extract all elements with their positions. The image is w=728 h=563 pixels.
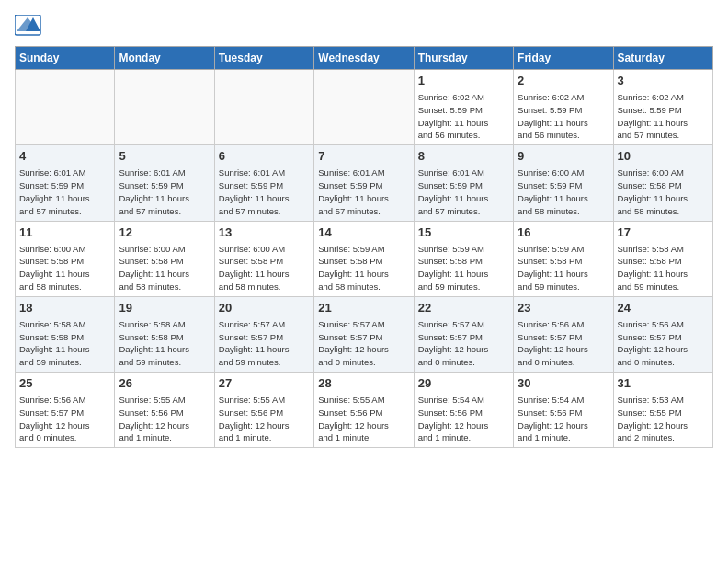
day-info: Sunrise: 5:59 AM Sunset: 5:58 PM Dayligh… bbox=[318, 243, 409, 293]
day-info: Sunrise: 5:54 AM Sunset: 5:56 PM Dayligh… bbox=[418, 394, 509, 444]
day-info: Sunrise: 5:58 AM Sunset: 5:58 PM Dayligh… bbox=[19, 318, 110, 369]
day-info: Sunrise: 5:59 AM Sunset: 5:58 PM Dayligh… bbox=[418, 243, 509, 293]
calendar-cell: 12Sunrise: 6:00 AM Sunset: 5:58 PM Dayli… bbox=[115, 221, 214, 296]
day-number: 31 bbox=[618, 375, 709, 392]
day-number: 21 bbox=[318, 300, 409, 316]
day-info: Sunrise: 5:56 AM Sunset: 5:57 PM Dayligh… bbox=[518, 318, 609, 369]
day-number: 25 bbox=[19, 375, 110, 392]
calendar-body: 1Sunrise: 6:02 AM Sunset: 5:59 PM Daylig… bbox=[16, 70, 713, 448]
calendar-cell: 17Sunrise: 5:58 AM Sunset: 5:58 PM Dayli… bbox=[613, 221, 712, 296]
calendar-cell: 28Sunrise: 5:55 AM Sunset: 5:56 PM Dayli… bbox=[314, 373, 414, 448]
day-info: Sunrise: 5:57 AM Sunset: 5:57 PM Dayligh… bbox=[318, 318, 409, 369]
day-info: Sunrise: 5:57 AM Sunset: 5:57 PM Dayligh… bbox=[418, 318, 509, 369]
calendar-cell: 9Sunrise: 6:00 AM Sunset: 5:59 PM Daylig… bbox=[514, 145, 613, 221]
calendar-cell: 7Sunrise: 6:01 AM Sunset: 5:59 PM Daylig… bbox=[314, 145, 414, 221]
day-info: Sunrise: 5:55 AM Sunset: 5:56 PM Dayligh… bbox=[318, 394, 409, 444]
day-info: Sunrise: 6:02 AM Sunset: 5:59 PM Dayligh… bbox=[418, 91, 509, 142]
calendar-cell: 4Sunrise: 6:01 AM Sunset: 5:59 PM Daylig… bbox=[16, 145, 115, 221]
day-info: Sunrise: 5:55 AM Sunset: 5:56 PM Dayligh… bbox=[119, 394, 210, 444]
day-number: 13 bbox=[219, 224, 310, 241]
day-header-thursday: Thursday bbox=[414, 47, 513, 70]
calendar-cell: 25Sunrise: 5:56 AM Sunset: 5:57 PM Dayli… bbox=[16, 373, 115, 448]
calendar-cell: 5Sunrise: 6:01 AM Sunset: 5:59 PM Daylig… bbox=[115, 145, 214, 221]
day-header-wednesday: Wednesday bbox=[314, 47, 414, 70]
day-info: Sunrise: 6:01 AM Sunset: 5:59 PM Dayligh… bbox=[318, 167, 409, 217]
day-number: 1 bbox=[418, 73, 509, 89]
calendar-cell: 15Sunrise: 5:59 AM Sunset: 5:58 PM Dayli… bbox=[414, 221, 513, 296]
day-header-tuesday: Tuesday bbox=[214, 47, 313, 70]
logo bbox=[15, 15, 46, 37]
week-row-1: 1Sunrise: 6:02 AM Sunset: 5:59 PM Daylig… bbox=[16, 70, 713, 145]
day-number: 11 bbox=[19, 224, 110, 241]
day-number: 5 bbox=[119, 148, 210, 165]
calendar-cell: 19Sunrise: 5:58 AM Sunset: 5:58 PM Dayli… bbox=[115, 296, 214, 372]
day-info: Sunrise: 6:00 AM Sunset: 5:58 PM Dayligh… bbox=[19, 243, 110, 293]
day-info: Sunrise: 5:55 AM Sunset: 5:56 PM Dayligh… bbox=[219, 394, 310, 444]
day-header-saturday: Saturday bbox=[613, 47, 712, 70]
day-number: 18 bbox=[19, 300, 110, 316]
day-header-monday: Monday bbox=[115, 47, 214, 70]
day-info: Sunrise: 6:01 AM Sunset: 5:59 PM Dayligh… bbox=[219, 167, 310, 217]
week-row-2: 4Sunrise: 6:01 AM Sunset: 5:59 PM Daylig… bbox=[16, 145, 713, 221]
calendar: SundayMondayTuesdayWednesdayThursdayFrid… bbox=[15, 46, 713, 448]
calendar-cell: 6Sunrise: 6:01 AM Sunset: 5:59 PM Daylig… bbox=[214, 145, 313, 221]
calendar-header: SundayMondayTuesdayWednesdayThursdayFrid… bbox=[16, 47, 713, 70]
day-info: Sunrise: 6:00 AM Sunset: 5:58 PM Dayligh… bbox=[219, 243, 310, 293]
calendar-cell: 3Sunrise: 6:02 AM Sunset: 5:59 PM Daylig… bbox=[613, 70, 712, 145]
calendar-cell: 27Sunrise: 5:55 AM Sunset: 5:56 PM Dayli… bbox=[214, 373, 313, 448]
header-row: SundayMondayTuesdayWednesdayThursdayFrid… bbox=[16, 47, 713, 70]
calendar-cell bbox=[115, 70, 214, 145]
day-number: 19 bbox=[119, 300, 210, 316]
day-number: 22 bbox=[418, 300, 509, 316]
day-number: 16 bbox=[518, 224, 609, 241]
calendar-cell: 24Sunrise: 5:56 AM Sunset: 5:57 PM Dayli… bbox=[613, 296, 712, 372]
day-info: Sunrise: 5:56 AM Sunset: 5:57 PM Dayligh… bbox=[618, 318, 709, 369]
logo-icon bbox=[15, 15, 42, 37]
day-info: Sunrise: 5:59 AM Sunset: 5:58 PM Dayligh… bbox=[518, 243, 609, 293]
day-number: 9 bbox=[518, 148, 609, 165]
day-info: Sunrise: 6:01 AM Sunset: 5:59 PM Dayligh… bbox=[418, 167, 509, 217]
calendar-cell: 26Sunrise: 5:55 AM Sunset: 5:56 PM Dayli… bbox=[115, 373, 214, 448]
day-info: Sunrise: 5:53 AM Sunset: 5:55 PM Dayligh… bbox=[618, 394, 709, 444]
calendar-cell: 8Sunrise: 6:01 AM Sunset: 5:59 PM Daylig… bbox=[414, 145, 513, 221]
calendar-cell: 29Sunrise: 5:54 AM Sunset: 5:56 PM Dayli… bbox=[414, 373, 513, 448]
day-info: Sunrise: 6:00 AM Sunset: 5:58 PM Dayligh… bbox=[618, 167, 709, 217]
day-number: 8 bbox=[418, 148, 509, 165]
day-info: Sunrise: 5:56 AM Sunset: 5:57 PM Dayligh… bbox=[19, 394, 110, 444]
day-number: 24 bbox=[618, 300, 709, 316]
calendar-cell: 21Sunrise: 5:57 AM Sunset: 5:57 PM Dayli… bbox=[314, 296, 414, 372]
day-number: 14 bbox=[318, 224, 409, 241]
day-header-sunday: Sunday bbox=[16, 47, 115, 70]
calendar-cell: 16Sunrise: 5:59 AM Sunset: 5:58 PM Dayli… bbox=[514, 221, 613, 296]
day-number: 17 bbox=[618, 224, 709, 241]
day-info: Sunrise: 5:54 AM Sunset: 5:56 PM Dayligh… bbox=[518, 394, 609, 444]
day-number: 27 bbox=[219, 375, 310, 392]
page-header bbox=[15, 15, 713, 37]
calendar-cell: 10Sunrise: 6:00 AM Sunset: 5:58 PM Dayli… bbox=[613, 145, 712, 221]
week-row-4: 18Sunrise: 5:58 AM Sunset: 5:58 PM Dayli… bbox=[16, 296, 713, 372]
day-info: Sunrise: 6:02 AM Sunset: 5:59 PM Dayligh… bbox=[518, 91, 609, 142]
day-number: 15 bbox=[418, 224, 509, 241]
calendar-cell: 2Sunrise: 6:02 AM Sunset: 5:59 PM Daylig… bbox=[514, 70, 613, 145]
day-number: 26 bbox=[119, 375, 210, 392]
day-info: Sunrise: 5:58 AM Sunset: 5:58 PM Dayligh… bbox=[618, 243, 709, 293]
calendar-cell: 1Sunrise: 6:02 AM Sunset: 5:59 PM Daylig… bbox=[414, 70, 513, 145]
week-row-5: 25Sunrise: 5:56 AM Sunset: 5:57 PM Dayli… bbox=[16, 373, 713, 448]
day-number: 20 bbox=[219, 300, 310, 316]
day-info: Sunrise: 6:01 AM Sunset: 5:59 PM Dayligh… bbox=[19, 167, 110, 217]
calendar-cell bbox=[214, 70, 313, 145]
day-header-friday: Friday bbox=[514, 47, 613, 70]
day-number: 10 bbox=[618, 148, 709, 165]
calendar-cell: 13Sunrise: 6:00 AM Sunset: 5:58 PM Dayli… bbox=[214, 221, 313, 296]
day-number: 28 bbox=[318, 375, 409, 392]
calendar-cell: 14Sunrise: 5:59 AM Sunset: 5:58 PM Dayli… bbox=[314, 221, 414, 296]
calendar-cell: 20Sunrise: 5:57 AM Sunset: 5:57 PM Dayli… bbox=[214, 296, 313, 372]
calendar-cell: 30Sunrise: 5:54 AM Sunset: 5:56 PM Dayli… bbox=[514, 373, 613, 448]
day-number: 3 bbox=[618, 73, 709, 89]
day-number: 6 bbox=[219, 148, 310, 165]
day-number: 30 bbox=[518, 375, 609, 392]
day-info: Sunrise: 6:00 AM Sunset: 5:58 PM Dayligh… bbox=[119, 243, 210, 293]
calendar-cell: 22Sunrise: 5:57 AM Sunset: 5:57 PM Dayli… bbox=[414, 296, 513, 372]
day-number: 7 bbox=[318, 148, 409, 165]
day-number: 29 bbox=[418, 375, 509, 392]
